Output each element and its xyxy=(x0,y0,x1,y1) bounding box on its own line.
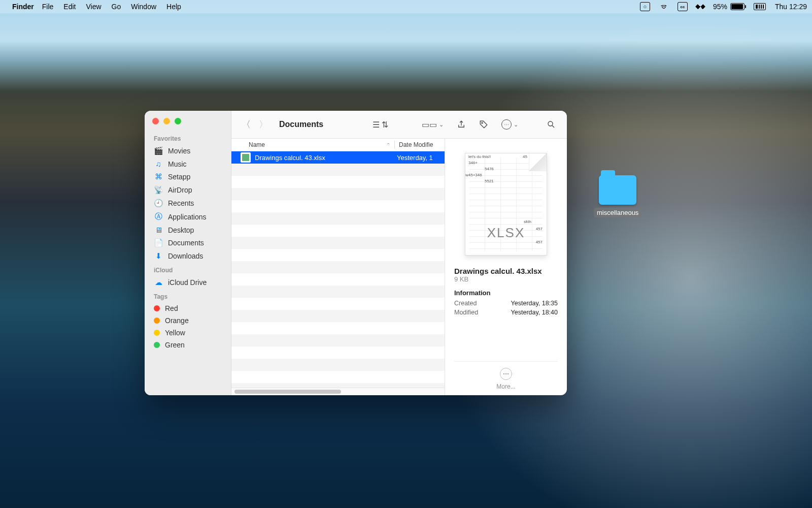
sidebar-item-label: Applications xyxy=(168,213,207,221)
sidebar-item-setapp[interactable]: ⌘ Setapp xyxy=(145,170,231,183)
info-row-created: Created Yesterday, 18:35 xyxy=(454,300,558,307)
documents-icon: 📄 xyxy=(154,238,163,247)
sidebar-item-label: Documents xyxy=(168,239,204,247)
preview-information-heading: Information xyxy=(454,289,558,297)
file-rows[interactable]: Drawings calcul. 43.xlsx Yesterday, 1 xyxy=(231,151,445,388)
sidebar-item-label: Movies xyxy=(168,147,190,155)
sidebar-item-label: Downloads xyxy=(168,252,203,260)
file-thumbnail: let's do this!! 45 346+ 5476 w45+346 552… xyxy=(465,153,547,256)
preview-file-size: 9 KB xyxy=(454,275,558,283)
battery-percent: 95% xyxy=(713,3,727,11)
column-header-name[interactable]: Name ⌃ xyxy=(231,141,394,148)
sidebar-item-documents[interactable]: 📄 Documents xyxy=(145,236,231,249)
preview-more-area: ⋯ More... xyxy=(454,361,558,390)
sidebar-item-label: Orange xyxy=(165,316,189,325)
tag-dot-icon xyxy=(154,342,160,348)
sidebar-tag-yellow[interactable]: Yellow xyxy=(145,327,231,339)
info-row-modified: Modified Yesterday, 18:40 xyxy=(454,309,558,316)
clock[interactable]: Thu 12:29 xyxy=(775,3,807,11)
horizontal-scrollbar[interactable] xyxy=(231,388,445,395)
svg-point-1 xyxy=(548,121,553,126)
info-value: Yesterday, 18:40 xyxy=(511,309,558,316)
sidebar-item-applications[interactable]: Ⓐ Applications xyxy=(145,210,231,224)
sidebar-item-movies[interactable]: 🎬 Movies xyxy=(145,144,231,157)
sort-indicator-icon: ⌃ xyxy=(386,142,390,148)
sidebar-item-label: Desktop xyxy=(168,226,194,234)
battery-status[interactable]: 95% xyxy=(713,3,745,11)
menu-view[interactable]: View xyxy=(86,3,101,11)
tags-button[interactable] xyxy=(475,118,492,131)
sidebar-tag-green[interactable]: Green xyxy=(145,339,231,351)
sidebar-item-recents[interactable]: 🕘 Recents xyxy=(145,197,231,210)
folder-icon xyxy=(599,175,636,205)
sidebar-item-music[interactable]: ♫ Music xyxy=(145,157,231,170)
window-title: Documents xyxy=(279,120,323,129)
info-value: Yesterday, 18:35 xyxy=(511,300,558,307)
dropbox-icon[interactable] xyxy=(695,2,705,12)
recents-icon: 🕘 xyxy=(154,199,163,208)
share-icon xyxy=(457,120,466,129)
group-by-button[interactable]: ▭▭ xyxy=(418,118,448,132)
minimize-button[interactable] xyxy=(163,118,170,124)
thumb-cell: 5476 xyxy=(485,167,494,171)
file-name: Drawings calcul. 43.xlsx xyxy=(255,154,397,162)
preview-pane: let's do this!! 45 346+ 5476 w45+346 552… xyxy=(445,139,567,395)
screenshot-menu-icon[interactable] xyxy=(640,2,650,11)
control-center-icon[interactable] xyxy=(678,2,688,11)
fullscreen-button[interactable] xyxy=(175,118,181,124)
thumb-cell: 346+ xyxy=(468,161,478,165)
sidebar-section-favorites: Favorites xyxy=(145,131,231,144)
sidebar-item-label: Red xyxy=(165,304,178,312)
desktop-folder-label: miscellaneous xyxy=(594,208,641,217)
wifi-icon[interactable] xyxy=(659,3,668,10)
sidebar-item-label: Music xyxy=(168,160,187,168)
sidebar-item-downloads[interactable]: ⬇︎ Downloads xyxy=(145,249,231,263)
menu-file[interactable]: File xyxy=(42,3,54,11)
more-label[interactable]: More... xyxy=(454,383,558,390)
action-menu-button[interactable]: ⋯ xyxy=(497,117,522,132)
music-icon: ♫ xyxy=(154,160,163,168)
file-date: Yesterday, 1 xyxy=(397,154,445,162)
view-options-button[interactable]: ☰ ⇅ xyxy=(368,118,392,132)
tag-dot-icon xyxy=(154,330,160,336)
sidebar-tag-orange[interactable]: Orange xyxy=(145,314,231,327)
back-button[interactable]: 〈 xyxy=(239,116,254,133)
icloud-icon: ☁︎ xyxy=(154,278,163,287)
desktop-folder-miscellaneous[interactable]: miscellaneous xyxy=(594,175,641,217)
forward-button[interactable]: 〉 xyxy=(256,116,271,133)
column-header-date[interactable]: Date Modifie xyxy=(395,141,445,148)
app-menu[interactable]: Finder xyxy=(12,3,34,11)
sidebar-item-label: AirDrop xyxy=(168,186,192,194)
columns-header: Name ⌃ Date Modifie xyxy=(231,139,445,151)
sidebar-item-label: Recents xyxy=(168,199,194,207)
menu-go[interactable]: Go xyxy=(112,3,121,11)
close-button[interactable] xyxy=(152,118,159,124)
toolbar: 〈 〉 Documents ☰ ⇅ ▭▭ ⋯ xyxy=(231,111,567,139)
menu-edit[interactable]: Edit xyxy=(63,3,76,11)
airdrop-icon: 📡 xyxy=(154,185,163,195)
sidebar-item-icloud-drive[interactable]: ☁︎ iCloud Drive xyxy=(145,276,231,289)
setapp-icon: ⌘ xyxy=(154,172,163,181)
keyboard-menu-icon[interactable] xyxy=(754,3,766,10)
search-button[interactable] xyxy=(543,118,560,131)
tag-dot-icon xyxy=(154,305,160,311)
more-actions-button[interactable]: ⋯ xyxy=(500,368,512,380)
sidebar-item-airdrop[interactable]: 📡 AirDrop xyxy=(145,183,231,197)
menubar: Finder File Edit View Go Window Help 95%… xyxy=(0,0,812,13)
sidebar-tag-red[interactable]: Red xyxy=(145,302,231,314)
desktop-icon: 🖥 xyxy=(154,226,163,234)
share-button[interactable] xyxy=(453,118,470,131)
thumb-cell: sfdh xyxy=(524,219,531,224)
sidebar-item-desktop[interactable]: 🖥 Desktop xyxy=(145,224,231,236)
menu-help[interactable]: Help xyxy=(166,3,181,11)
column-header-name-label: Name xyxy=(249,141,265,148)
finder-main: 〈 〉 Documents ☰ ⇅ ▭▭ ⋯ xyxy=(231,111,567,395)
file-row[interactable]: Drawings calcul. 43.xlsx Yesterday, 1 xyxy=(231,151,445,164)
menu-window[interactable]: Window xyxy=(131,3,156,11)
sidebar: Favorites 🎬 Movies ♫ Music ⌘ Setapp 📡 Ai… xyxy=(145,111,231,395)
thumb-cell: w45+346 xyxy=(465,173,482,177)
ellipsis-circle-icon: ⋯ xyxy=(501,119,512,130)
scrollbar-thumb[interactable] xyxy=(234,390,341,394)
tag-dot-icon xyxy=(154,318,160,324)
xlsx-file-icon xyxy=(241,152,251,163)
